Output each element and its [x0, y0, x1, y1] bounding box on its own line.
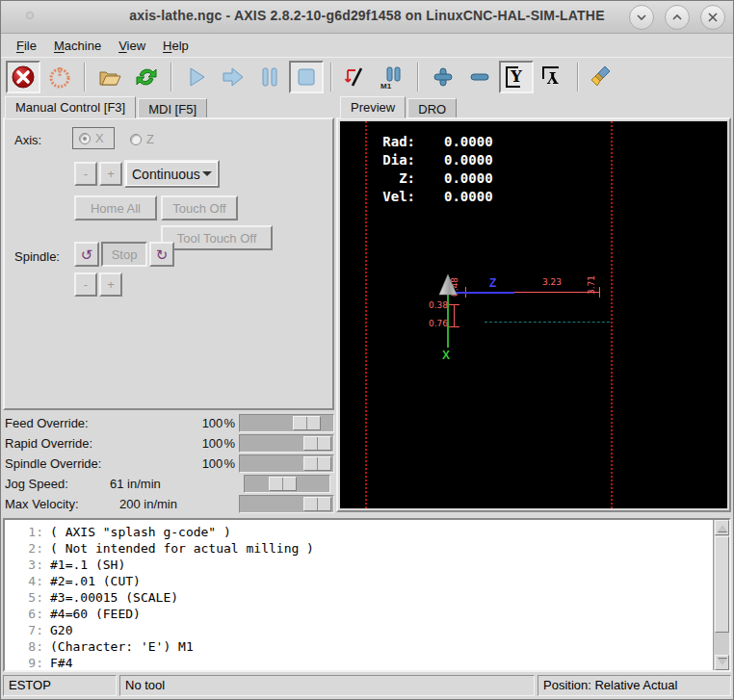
zoom-in-button[interactable]	[426, 61, 460, 93]
spindle-override-row: Spindle Override: 100 %	[1, 454, 335, 474]
gcode-scrollbar[interactable]	[713, 520, 729, 670]
zoom-out-button[interactable]	[462, 61, 497, 93]
skip-lines-icon	[344, 65, 369, 90]
jog-speed-row: Jog Speed: 61 in/min	[1, 474, 335, 494]
scrollbar-thumb[interactable]	[715, 536, 729, 633]
gcode-line[interactable]: 6:#4=60 (FEED)	[5, 606, 729, 622]
open-file-button[interactable]	[92, 61, 127, 93]
view-y-inverted-button[interactable]: Y	[536, 61, 570, 93]
gcode-line[interactable]: 5:#3=.00015 (SCALE)	[5, 589, 729, 606]
status-position: Position: Relative Actual	[537, 675, 731, 696]
max-velocity-row: Max Velocity: 200 in/min	[1, 494, 335, 514]
slider-handle[interactable]	[303, 436, 331, 451]
rapid-override-row: Rapid Override: 100 %	[1, 433, 335, 454]
gcode-line[interactable]: 7:G20	[5, 622, 729, 638]
clear-plot-button[interactable]	[586, 61, 620, 93]
clear-plot-icon	[590, 65, 616, 90]
menu-help[interactable]: Help	[155, 36, 197, 56]
splash-logo	[463, 297, 695, 337]
menu-view[interactable]: View	[111, 36, 153, 56]
left-tab-row: Manual Control [F3] MDI [F5]	[5, 96, 209, 118]
x-extent-tick-bottom	[449, 326, 459, 327]
pause-program-button[interactable]	[252, 61, 287, 93]
reload-file-button[interactable]	[129, 61, 164, 93]
tab-dro[interactable]: DRO	[407, 98, 457, 118]
spindle-label: Spindle:	[14, 249, 60, 264]
triangle-down-icon	[718, 659, 727, 670]
spindle-plus-button[interactable]: +	[99, 272, 122, 297]
run-program-button[interactable]	[179, 61, 214, 93]
close-button[interactable]	[700, 5, 725, 30]
gcode-line[interactable]: 8:(Character: 'E') M1	[5, 638, 729, 655]
preview-canvas[interactable]: Rad:0.0000 Dia:0.0000 Z:0.0000 Vel:0.000…	[340, 121, 727, 508]
open-file-icon	[97, 65, 122, 90]
maximize-button[interactable]	[665, 5, 690, 30]
jog-increment-dropdown[interactable]: Continuous	[124, 160, 220, 188]
tool-touch-off-button[interactable]: Tool Touch Off	[161, 225, 273, 250]
triangle-up-icon	[718, 520, 727, 531]
slider-handle[interactable]	[303, 456, 331, 471]
x-axis-label: X	[442, 349, 450, 362]
gcode-line[interactable]: 2:( Not intended for actual milling )	[5, 540, 729, 557]
tab-mdi[interactable]: MDI [F5]	[138, 98, 207, 118]
stop-icon	[294, 65, 319, 90]
x-upper-dim: 0.38	[429, 300, 448, 310]
menu-file[interactable]: File	[9, 36, 44, 56]
spindle-cw-icon: ↻	[156, 247, 169, 262]
title-bar[interactable]: axis-lathe.ngc - AXIS 2.8.2-10-g6d29f145…	[1, 1, 733, 34]
home-all-button[interactable]: Home All	[74, 195, 157, 220]
jog-speed-slider[interactable]	[244, 475, 330, 493]
spindle-ccw-icon: ↺	[81, 247, 93, 262]
view-y-button[interactable]: Y	[499, 61, 534, 93]
jog-plus-button[interactable]: +	[99, 162, 122, 186]
tab-manual-control[interactable]: Manual Control [F3]	[5, 96, 136, 118]
spindle-minus-button[interactable]: -	[74, 272, 97, 297]
rapid-override-label: Rapid Override:	[5, 436, 92, 451]
scroll-down-button[interactable]	[715, 655, 729, 670]
gcode-line[interactable]: 9:F#4	[5, 655, 729, 671]
preview-tab-row: Preview DRO	[340, 96, 459, 118]
axis-label: Axis:	[14, 133, 41, 147]
step-line-button[interactable]	[216, 61, 250, 93]
gcode-line[interactable]: 3:#1=.1 (SH)	[5, 557, 729, 573]
spindle-override-slider[interactable]	[239, 454, 334, 473]
estop-icon	[11, 65, 36, 90]
toolbar-separator	[170, 63, 172, 91]
spindle-forward-button[interactable]: ↻	[149, 242, 174, 267]
scroll-up-button[interactable]	[715, 520, 729, 535]
toggle-skip-lines-button[interactable]	[339, 61, 374, 93]
gcode-line[interactable]: 4:#2=.01 (CUT)	[5, 573, 729, 589]
gcode-line[interactable]: 1:( AXIS "splash g-code" )	[5, 524, 729, 540]
jog-speed-value: 61 in/min	[110, 477, 161, 491]
spindle-reverse-button[interactable]: ↺	[74, 242, 99, 267]
axis-radio-x[interactable]: X	[79, 131, 104, 145]
menu-bar: File Machine View Help	[1, 35, 733, 57]
estop-button[interactable]	[6, 61, 40, 93]
machine-power-button[interactable]	[42, 61, 77, 93]
max-velocity-slider[interactable]	[239, 495, 334, 513]
minimize-button[interactable]	[629, 5, 654, 30]
slider-handle[interactable]	[293, 416, 321, 430]
feed-override-slider[interactable]	[239, 414, 334, 432]
spindle-override-value: 100 %	[202, 456, 235, 471]
optional-stop-button[interactable]: M1	[376, 61, 410, 93]
view-y-inverted-icon: Y	[542, 65, 564, 89]
slider-handle[interactable]	[269, 477, 297, 491]
spindle-stop-button[interactable]: Stop	[101, 242, 147, 267]
slider-handle[interactable]	[303, 497, 331, 511]
z-axis-label: Z	[489, 276, 496, 290]
axis-radio-z[interactable]: Z	[130, 132, 154, 146]
max-velocity-label: Max Velocity:	[5, 497, 79, 511]
gcode-listing[interactable]: 1:( AXIS "splash g-code" ) 2:( Not inten…	[3, 518, 731, 672]
menu-machine[interactable]: Machine	[46, 36, 109, 56]
touch-off-button[interactable]: Touch Off	[161, 195, 238, 220]
rapid-override-value: 100 %	[202, 436, 235, 451]
feed-override-label: Feed Override:	[5, 416, 89, 430]
jog-minus-button[interactable]: -	[74, 162, 97, 186]
stop-program-button[interactable]	[289, 61, 324, 93]
x-extent-line	[454, 304, 455, 327]
tab-preview[interactable]: Preview	[340, 96, 406, 118]
x-extent-tick-top	[449, 304, 459, 305]
spindle-override-label: Spindle Override:	[5, 456, 101, 471]
rapid-override-slider[interactable]	[239, 434, 334, 453]
